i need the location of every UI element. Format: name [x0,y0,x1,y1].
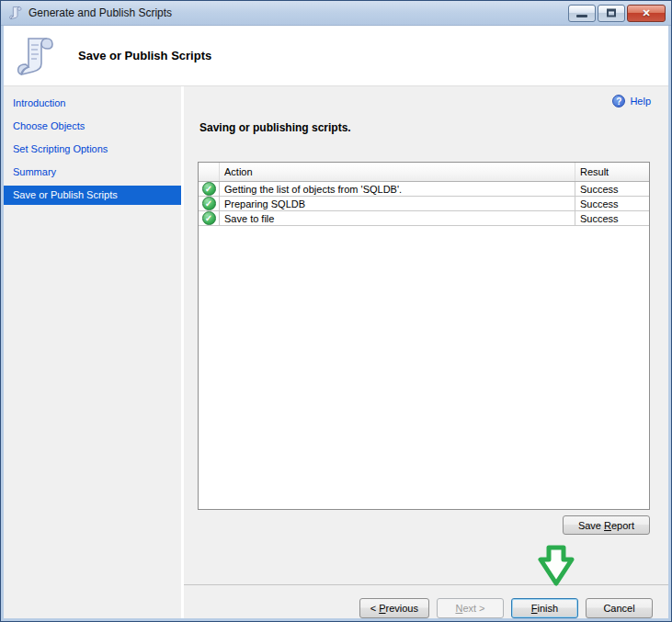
wizard-steps: Introduction Choose Objects Set Scriptin… [4,86,181,618]
results-table-header: Action Result [199,163,649,182]
maximize-button[interactable] [598,5,625,22]
help-question-icon: ? [612,95,625,107]
report-row: Save Report [198,515,650,535]
wizard-content: ? Help Saving or publishing scripts. Act… [184,86,668,618]
sidebar-item-introduction[interactable]: Introduction [4,94,181,113]
close-icon: ✕ [642,7,650,18]
sidebar-item-summary[interactable]: Summary [4,163,181,182]
help-link-label: Help [630,96,651,107]
scroll-script-icon [16,33,56,79]
status-heading: Saving or publishing scripts. [199,121,668,134]
action-cell: Getting the list of objects from 'SQLDB'… [220,182,575,196]
column-header-action[interactable]: Action [220,163,575,181]
save-report-button[interactable]: Save Report [563,515,650,535]
result-cell: Success [575,197,649,210]
table-row: ✓ Getting the list of objects from 'SQLD… [199,182,649,197]
table-row: ✓ Save to file Success [199,211,649,226]
minimize-icon [576,15,587,17]
table-row: ✓ Preparing SQLDB Success [199,197,649,211]
green-check-icon: ✓ [202,211,216,225]
page-header: Save or Publish Scripts [4,26,668,86]
sidebar-item-save-or-publish-scripts[interactable]: Save or Publish Scripts [4,186,181,205]
sidebar-item-label: Save or Publish Scripts [13,189,118,200]
previous-button[interactable]: < Previous [359,598,429,618]
content-spacer [184,535,668,584]
titlebar[interactable]: Generate and Publish Scripts ✕ [1,1,671,26]
results-table-body: ✓ Getting the list of objects from 'SQLD… [199,182,649,226]
scroll-script-icon [8,6,23,20]
page-title: Save or Publish Scripts [78,49,211,62]
sidebar-item-label: Summary [13,166,56,177]
next-button[interactable]: Next > [437,598,504,618]
wizard-body: Introduction Choose Objects Set Scriptin… [4,86,668,618]
minimize-button[interactable] [568,5,596,22]
window-title: Generate and Publish Scripts [28,6,563,19]
sidebar-item-choose-objects[interactable]: Choose Objects [4,117,181,136]
action-cell: Preparing SQLDB [220,197,575,210]
green-check-icon: ✓ [202,197,216,210]
wizard-footer: < Previous Next > Finish Cancel [184,585,668,618]
help-row: ? Help [184,86,668,107]
cancel-button[interactable]: Cancel [586,598,653,618]
column-header-result[interactable]: Result [575,163,649,181]
column-header-status [199,163,220,181]
action-cell: Save to file [220,211,575,225]
wizard-frame: Save or Publish Scripts Introduction Cho… [4,26,668,618]
sidebar-item-set-scripting-options[interactable]: Set Scripting Options [4,140,181,159]
results-table: Action Result ✓ Getting the list of obje… [198,162,650,510]
window-controls: ✕ [568,5,666,22]
wizard-window: Generate and Publish Scripts ✕ [0,0,672,622]
result-cell: Success [575,211,649,225]
help-link[interactable]: ? Help [612,95,651,107]
maximize-icon [607,9,616,17]
close-button[interactable]: ✕ [627,5,666,22]
result-cell: Success [575,182,649,196]
finish-button[interactable]: Finish [511,598,578,618]
sidebar-item-label: Introduction [13,97,65,108]
green-check-icon: ✓ [202,182,216,196]
sidebar-item-label: Set Scripting Options [13,143,108,154]
sidebar-item-label: Choose Objects [13,120,85,131]
